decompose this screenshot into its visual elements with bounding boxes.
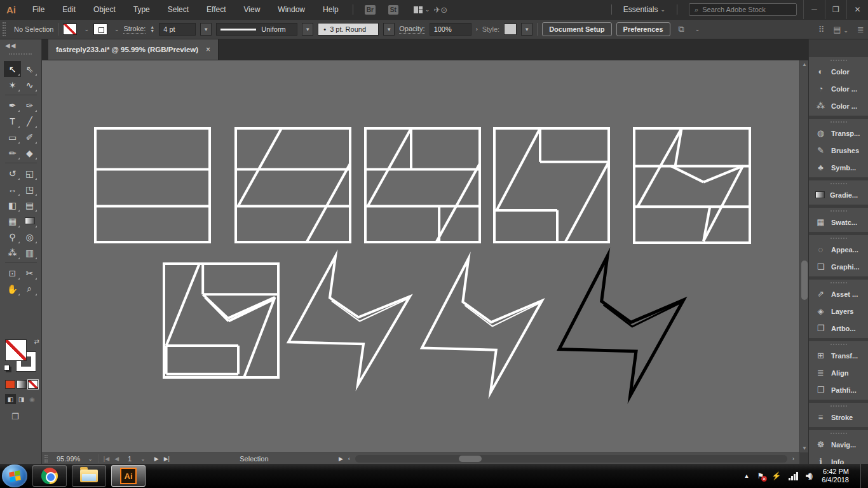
zoom-tool-icon[interactable]: ⌕ bbox=[21, 281, 38, 297]
horizontal-scroll-thumb[interactable] bbox=[459, 456, 482, 462]
status-menu-icon[interactable]: ▶ bbox=[339, 456, 343, 462]
start-button[interactable] bbox=[2, 464, 27, 487]
adobe-stock-search[interactable]: ⌕ Search Adobe Stock bbox=[689, 3, 797, 16]
artwork-square-1[interactable] bbox=[95, 128, 210, 242]
artwork-square-4[interactable] bbox=[494, 128, 609, 242]
panel-tab-symbols[interactable]: ♣Symb... bbox=[809, 159, 868, 176]
profile-dropdown[interactable]: ▼ bbox=[302, 23, 313, 36]
perspective-grid-tool-icon[interactable]: ▤ bbox=[21, 197, 38, 213]
rotate-tool-icon[interactable]: ↺ bbox=[4, 165, 21, 181]
fill-indicator[interactable] bbox=[5, 339, 27, 361]
panel-tab-transform[interactable]: ⊞Transf... bbox=[809, 347, 868, 364]
document-setup-button[interactable]: Document Setup bbox=[542, 22, 611, 36]
stroke-weight-value[interactable]: 4 pt bbox=[159, 23, 196, 36]
network-signal-icon[interactable] bbox=[789, 472, 798, 480]
stock-icon[interactable]: St bbox=[388, 5, 398, 15]
line-segment-tool-icon[interactable]: ╱ bbox=[21, 113, 38, 129]
artwork-bolt-white-1[interactable] bbox=[288, 256, 410, 385]
panel-tab-brushes[interactable]: ✎Brushes bbox=[809, 142, 868, 159]
panel-tab-gradient[interactable]: Gradie... bbox=[809, 186, 868, 203]
menu-file[interactable]: File bbox=[24, 0, 53, 19]
panel-tab-layers[interactable]: ◈Layers bbox=[809, 302, 868, 320]
scroll-right-icon[interactable]: › bbox=[792, 456, 794, 462]
panel-group-grip[interactable] bbox=[809, 208, 868, 214]
previous-artboard-icon[interactable]: ◀ bbox=[114, 456, 119, 462]
artwork-bolt-black[interactable] bbox=[559, 256, 684, 396]
column-graph-tool-icon[interactable]: ▥ bbox=[21, 245, 38, 261]
slice-tool-icon[interactable]: ✂ bbox=[21, 265, 38, 281]
panel-tab-color[interactable]: ◐Color bbox=[809, 63, 868, 80]
first-artboard-icon[interactable]: |◀ bbox=[104, 456, 109, 462]
bridge-icon[interactable]: Br bbox=[365, 5, 376, 15]
menu-type[interactable]: Type bbox=[125, 0, 159, 19]
opacity-value[interactable]: 100% bbox=[430, 23, 471, 36]
align-to-artboard-icon[interactable]: ⧉ bbox=[679, 24, 684, 34]
panel-tab-artboards[interactable]: ❐Artbo... bbox=[809, 320, 868, 337]
symbol-sprayer-tool-icon[interactable]: ⁂ bbox=[4, 245, 21, 261]
draw-inside-icon[interactable]: ◉ bbox=[27, 394, 37, 404]
brush-definition[interactable]: • 3 pt. Round bbox=[318, 23, 379, 36]
default-fill-stroke-icon[interactable] bbox=[4, 365, 10, 370]
panel-group-grip[interactable] bbox=[809, 57, 868, 63]
pen-tool-icon[interactable]: ✒ bbox=[4, 97, 21, 113]
menu-edit[interactable]: Edit bbox=[53, 0, 85, 19]
panel-tab-stroke[interactable]: ≡Stroke bbox=[809, 409, 868, 426]
panel-tab-align[interactable]: ≣Align bbox=[809, 364, 868, 381]
free-transform-tool-icon[interactable]: ◳ bbox=[21, 181, 38, 197]
hand-tool-icon[interactable]: ✋ bbox=[4, 281, 21, 297]
zoom-level[interactable]: 95.99% bbox=[57, 455, 80, 463]
panel-tab-swatches[interactable]: ▦Swatc... bbox=[809, 214, 868, 231]
stroke-weight-stepper[interactable]: ▲▼ bbox=[150, 25, 154, 33]
artwork-square-6[interactable] bbox=[164, 264, 278, 377]
menu-window[interactable]: Window bbox=[269, 0, 314, 19]
panel-grip[interactable] bbox=[9, 53, 32, 55]
document-tab[interactable]: fastreply233.ai* @ 95.99% (RGB/Preview) … bbox=[48, 39, 219, 60]
none-button[interactable] bbox=[28, 380, 38, 389]
illustrator-logo[interactable]: Ai bbox=[0, 4, 24, 15]
grid-dots-icon[interactable]: ⠿ bbox=[818, 25, 825, 34]
scroll-left-icon[interactable]: ‹ bbox=[348, 456, 350, 462]
style-dropdown[interactable]: ▼ bbox=[521, 23, 532, 36]
stroke-color-swatch[interactable] bbox=[93, 24, 107, 35]
chevron-down-icon[interactable]: ⌄ bbox=[114, 26, 119, 32]
scroll-up-icon[interactable]: ▲ bbox=[800, 62, 809, 67]
collapse-toolbar-icon[interactable]: ◀◀ bbox=[5, 42, 16, 49]
minimize-button[interactable]: ─ bbox=[803, 0, 825, 19]
panel-tab-transparency[interactable]: ◍Transp... bbox=[809, 125, 868, 142]
panel-grip[interactable] bbox=[3, 22, 6, 36]
chevron-down-icon[interactable]: ⌄ bbox=[695, 26, 700, 32]
show-desktop-button[interactable] bbox=[860, 464, 868, 488]
panel-group-grip[interactable] bbox=[809, 430, 868, 436]
shape-builder-tool-icon[interactable]: ◧ bbox=[4, 197, 21, 213]
blend-tool-icon[interactable]: ◎ bbox=[21, 229, 38, 245]
stroke-weight-dropdown[interactable]: ▼ bbox=[200, 23, 212, 36]
taskbar-chrome-button[interactable] bbox=[32, 465, 67, 487]
mesh-tool-icon[interactable]: ▦ bbox=[4, 213, 21, 229]
draw-normal-icon[interactable]: ◧ bbox=[5, 394, 16, 404]
next-artboard-icon[interactable]: ▶ bbox=[154, 456, 159, 462]
eyedropper-tool-icon[interactable]: ⚲ bbox=[4, 229, 21, 245]
variable-width-profile[interactable]: Uniform bbox=[216, 23, 297, 36]
panel-tab-navigator[interactable]: ☸Navig... bbox=[809, 436, 868, 453]
panel-group-grip[interactable] bbox=[809, 235, 868, 241]
horizontal-scrollbar[interactable] bbox=[355, 455, 787, 463]
rectangle-tool-icon[interactable]: ▭ bbox=[4, 129, 21, 145]
screen-mode-icon[interactable]: ❐ bbox=[11, 412, 19, 421]
vertical-scroll-thumb[interactable] bbox=[801, 261, 808, 300]
taskbar-explorer-button[interactable] bbox=[72, 465, 106, 487]
chevron-down-icon[interactable]: ⌄ bbox=[84, 26, 89, 32]
last-artboard-icon[interactable]: ▶| bbox=[164, 456, 170, 462]
preferences-button[interactable]: Preferences bbox=[616, 22, 670, 36]
swap-fill-stroke-icon[interactable]: ⇄ bbox=[34, 338, 39, 345]
magic-wand-tool-icon[interactable]: ✶ bbox=[4, 77, 21, 93]
opacity-label[interactable]: Opacity: bbox=[399, 25, 424, 34]
dock-options-icon[interactable]: ▤⌄ bbox=[833, 25, 848, 34]
chevron-down-icon[interactable]: ⌄ bbox=[425, 6, 430, 13]
zoom-dropdown-icon[interactable]: ⌄ bbox=[88, 456, 93, 462]
panel-tab-graphic-styles[interactable]: ❏Graphi... bbox=[809, 258, 868, 275]
artboard-tool-icon[interactable]: ⊡ bbox=[4, 265, 21, 281]
restore-button[interactable]: ❐ bbox=[825, 0, 846, 19]
scroll-down-icon[interactable]: ▼ bbox=[800, 445, 809, 451]
stroke-weight-label[interactable]: Stroke: bbox=[123, 25, 146, 34]
panel-tab-appearance[interactable]: ◌Appea... bbox=[809, 241, 868, 258]
